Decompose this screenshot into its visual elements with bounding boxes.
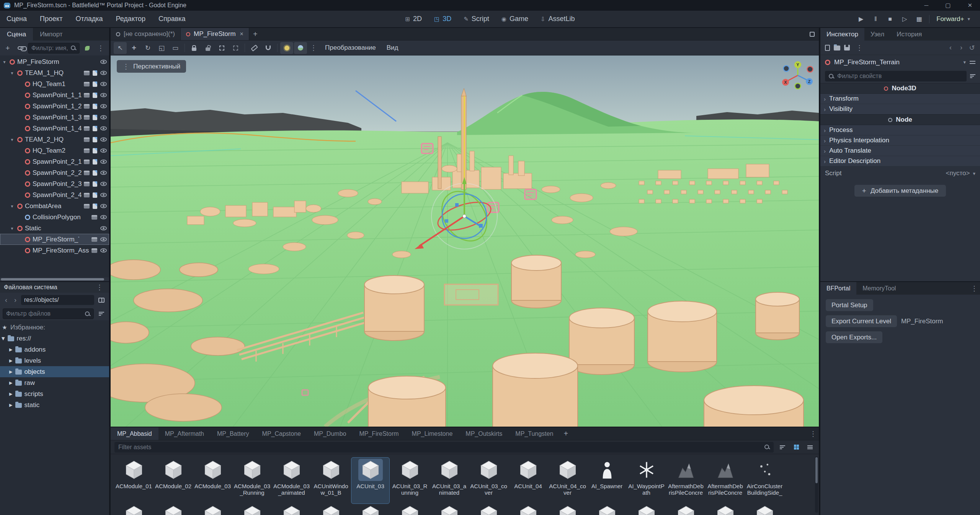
- tree-row[interactable]: SpawnPoint_1_4: [0, 123, 109, 134]
- history-back-icon[interactable]: ‹: [947, 44, 954, 52]
- property-filter-input[interactable]: [837, 73, 963, 80]
- attach-script-button[interactable]: [82, 43, 92, 54]
- script-icon[interactable]: [93, 104, 97, 109]
- grid-view-button[interactable]: [791, 442, 801, 453]
- asset-item[interactable]: ACUnit_04_cover: [548, 457, 587, 504]
- tab-scene[interactable]: Сцена: [0, 28, 33, 41]
- preview-sun-button[interactable]: [280, 42, 293, 54]
- unlock-node-button[interactable]: [201, 42, 214, 54]
- file-sort-button[interactable]: [96, 308, 106, 319]
- group-node-button[interactable]: [215, 42, 228, 54]
- tree-row[interactable]: ▾TEAM_2_HQ: [0, 134, 109, 145]
- visibility-eye-icon[interactable]: [100, 148, 107, 153]
- viewport-3d-scene[interactable]: Y X Z: [111, 55, 819, 427]
- asset-item[interactable]: ACUnit_03_animated: [430, 457, 469, 504]
- visibility-eye-icon[interactable]: [100, 137, 107, 142]
- maximize-button[interactable]: ▢: [945, 2, 951, 9]
- visibility-eye-icon[interactable]: [100, 93, 107, 97]
- category-auto-translate[interactable]: ›Auto Translate: [820, 146, 980, 156]
- rotate-tool-button[interactable]: ↻: [141, 42, 154, 54]
- groups-icon[interactable]: [84, 71, 90, 75]
- menu-project[interactable]: Проект: [33, 11, 69, 27]
- menu-help[interactable]: Справка: [152, 11, 192, 27]
- mode-3d[interactable]: ◳3D: [429, 11, 456, 27]
- scrollbar-thumb[interactable]: [815, 457, 818, 483]
- file-filter[interactable]: [3, 308, 94, 319]
- tree-row[interactable]: SpawnPoint_1_2: [0, 101, 109, 112]
- asset-tab-aftermath[interactable]: MP_Aftermath: [158, 427, 211, 440]
- collapse-arrow-icon[interactable]: ▸: [9, 357, 13, 365]
- collapse-arrow-icon[interactable]: ▾: [9, 70, 15, 76]
- stop-button[interactable]: ■: [883, 13, 897, 25]
- mode-assetlib[interactable]: ⇩AssetLib: [536, 11, 580, 27]
- pause-button[interactable]: ‖: [869, 13, 882, 25]
- scene-filter[interactable]: [28, 43, 80, 54]
- asset-scrollbar[interactable]: [815, 456, 818, 513]
- collapse-arrow-icon[interactable]: ▾: [9, 226, 15, 231]
- groups-icon[interactable]: [84, 148, 90, 153]
- asset-item[interactable]: ACUnitWindow_01_B: [312, 457, 350, 504]
- script-icon[interactable]: [93, 93, 97, 98]
- tree-row[interactable]: HQ_Team1: [0, 78, 109, 90]
- asset-tab-firestorm[interactable]: MP_FireStorm: [353, 427, 405, 440]
- collapse-arrow-icon[interactable]: ▾: [2, 334, 5, 342]
- folder-row[interactable]: ▸levels: [0, 355, 109, 366]
- folder-row-selected[interactable]: ▸objects: [0, 366, 109, 377]
- new-scene-tab-button[interactable]: +: [249, 28, 261, 40]
- visibility-eye-icon[interactable]: [100, 215, 107, 219]
- resource-menu-icon[interactable]: ⋮: [854, 44, 865, 52]
- category-visibility[interactable]: ›Visibility: [820, 104, 980, 114]
- tree-row[interactable]: SpawnPoint_1_1: [0, 90, 109, 101]
- asset-item[interactable]: AI_Spawner: [588, 457, 626, 504]
- groups-icon[interactable]: [91, 248, 97, 253]
- category-editor-description[interactable]: ›Editor Description: [820, 156, 980, 166]
- scene-filter-input[interactable]: [31, 45, 68, 52]
- tree-row[interactable]: HQ_Team2: [0, 145, 109, 156]
- mode-game[interactable]: ◉Game: [497, 11, 533, 27]
- asset-item[interactable]: ACUnit_03_Running: [390, 457, 429, 504]
- groups-icon[interactable]: [84, 193, 90, 197]
- visibility-eye-icon[interactable]: [100, 193, 107, 197]
- file-filter-input[interactable]: [6, 310, 82, 317]
- asset-item[interactable]: ACModule_03: [193, 457, 232, 504]
- tree-row[interactable]: ▾TEAM_1_HQ: [0, 67, 109, 78]
- visibility-eye-icon[interactable]: [100, 248, 107, 253]
- groups-icon[interactable]: [84, 171, 90, 175]
- asset-item[interactable]: ACUnit_03_cover: [469, 457, 508, 504]
- collapse-arrow-icon[interactable]: ▸: [9, 379, 13, 387]
- tree-row-selected[interactable]: MP_FireStorm_Terrain: [0, 234, 109, 245]
- asset-tab-limestone[interactable]: MP_Limestone: [405, 427, 459, 440]
- load-resource-icon[interactable]: [834, 46, 840, 51]
- mode-script[interactable]: ✎Script: [459, 11, 494, 27]
- groups-icon[interactable]: [84, 93, 90, 98]
- transform-menu[interactable]: Преобразование: [320, 42, 381, 54]
- tree-row[interactable]: SpawnPoint_1_3: [0, 112, 109, 123]
- asset-item[interactable]: ACModule_01: [114, 457, 153, 504]
- asset-item[interactable]: ACModule_03_Running: [233, 457, 271, 504]
- visibility-eye-icon[interactable]: [100, 182, 107, 186]
- section-node3d[interactable]: Node3D: [820, 83, 980, 94]
- list-select-tool-button[interactable]: ▭: [169, 42, 182, 54]
- asset-item[interactable]: ACUnit_04: [509, 457, 547, 504]
- movie-mode-button[interactable]: ▦: [912, 13, 926, 25]
- visibility-eye-icon[interactable]: [100, 204, 107, 208]
- asset-tab-tungsten[interactable]: MP_Tungsten: [509, 427, 560, 440]
- groups-icon[interactable]: [84, 137, 90, 142]
- add-node-button[interactable]: +: [3, 43, 13, 54]
- asset-tab-abbasid[interactable]: MP_Abbasid: [111, 427, 158, 440]
- collapse-arrow-icon[interactable]: ▾: [9, 204, 15, 209]
- asset-filter-field[interactable]: [114, 442, 774, 453]
- tab-node[interactable]: Узел: [864, 28, 890, 41]
- asset-item-selected[interactable]: ACUnit_03: [351, 457, 390, 504]
- open-exports-button[interactable]: Open Exports...: [826, 331, 882, 343]
- scene-panel-menu-icon[interactable]: ⋮: [95, 44, 106, 52]
- mode-2d[interactable]: ⊞2D: [400, 11, 427, 27]
- asset-tab-outskirts[interactable]: MP_Outskirts: [459, 427, 509, 440]
- tree-row[interactable]: SpawnPoint_2_3: [0, 178, 109, 189]
- asset-tab-battery[interactable]: MP_Battery: [211, 427, 256, 440]
- visibility-eye-icon[interactable]: [100, 160, 107, 164]
- script-icon[interactable]: [93, 204, 97, 209]
- history-list-icon[interactable]: ↺: [969, 44, 975, 52]
- visibility-eye-icon[interactable]: [100, 171, 107, 175]
- tree-row[interactable]: SpawnPoint_2_2: [0, 167, 109, 178]
